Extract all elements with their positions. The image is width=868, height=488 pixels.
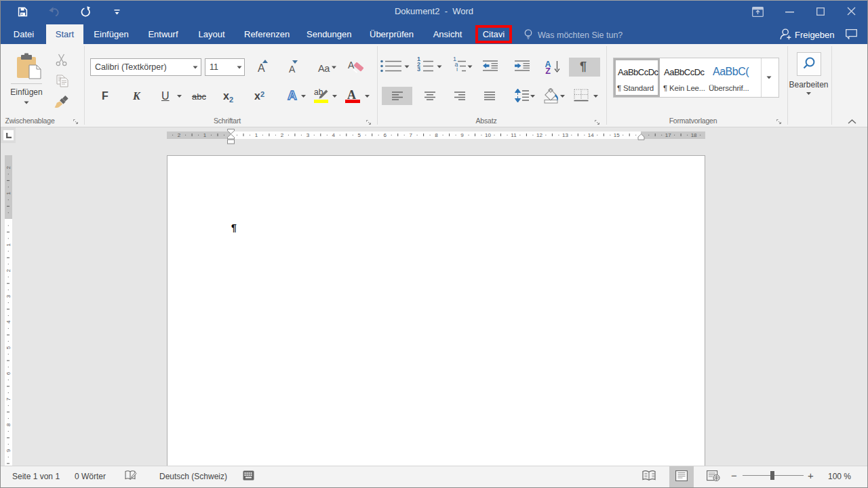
svg-text:1: 1 bbox=[203, 132, 207, 138]
svg-text:12: 12 bbox=[536, 132, 542, 138]
svg-text:11: 11 bbox=[511, 132, 517, 138]
svg-text:1: 1 bbox=[5, 192, 12, 195]
svg-text:10: 10 bbox=[485, 132, 491, 138]
svg-text:15: 15 bbox=[614, 132, 620, 138]
svg-text:3: 3 bbox=[307, 132, 310, 138]
svg-text:2: 2 bbox=[5, 268, 12, 272]
svg-text:9: 9 bbox=[5, 449, 12, 452]
svg-text:1: 1 bbox=[5, 243, 12, 246]
svg-text:14: 14 bbox=[588, 132, 594, 138]
svg-text:6: 6 bbox=[5, 371, 12, 375]
svg-text:5: 5 bbox=[5, 346, 12, 349]
svg-text:6: 6 bbox=[383, 132, 387, 138]
svg-text:13: 13 bbox=[562, 132, 568, 138]
svg-text:7: 7 bbox=[5, 397, 12, 401]
svg-text:7: 7 bbox=[409, 132, 412, 138]
svg-text:8: 8 bbox=[435, 132, 438, 138]
svg-text:2: 2 bbox=[5, 166, 12, 169]
svg-text:1: 1 bbox=[255, 132, 258, 138]
svg-text:4: 4 bbox=[332, 132, 336, 138]
svg-text:Z: Z bbox=[545, 66, 551, 75]
svg-text:3: 3 bbox=[5, 294, 12, 298]
svg-text:2: 2 bbox=[178, 132, 181, 138]
svg-text:5: 5 bbox=[358, 132, 361, 138]
svg-text:4: 4 bbox=[5, 320, 12, 323]
svg-text:2: 2 bbox=[281, 132, 284, 138]
svg-text:18: 18 bbox=[691, 132, 697, 138]
svg-text:9: 9 bbox=[460, 132, 464, 138]
svg-text:17: 17 bbox=[665, 132, 671, 138]
svg-text:8: 8 bbox=[5, 423, 12, 426]
